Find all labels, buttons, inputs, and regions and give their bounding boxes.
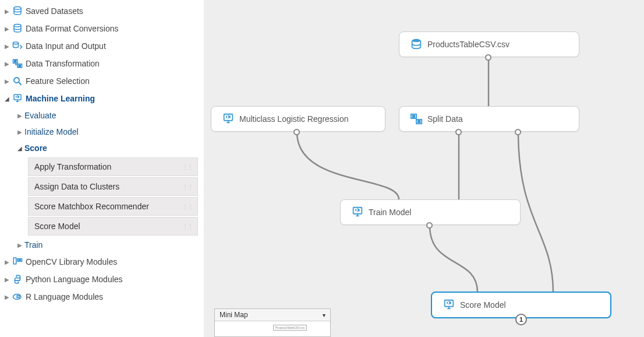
chevron-right-icon: ▶ [3, 276, 10, 283]
svg-point-1 [14, 24, 21, 27]
node-label: Train Model [365, 208, 411, 217]
io-icon [10, 41, 24, 51]
svg-rect-18 [445, 300, 454, 307]
sidebar-item-label: Saved Datasets [24, 6, 83, 16]
svg-rect-8 [13, 258, 16, 264]
svg-rect-17 [353, 208, 362, 214]
minimap-title: Mini Map [220, 311, 248, 319]
node-dataset[interactable]: ProductsTableCSV.csv [399, 31, 579, 57]
node-label: Score Model [457, 300, 506, 310]
sidebar-item-label: Python Language Modules [24, 275, 123, 284]
ml-icon [350, 206, 365, 219]
r-icon [10, 292, 24, 302]
grip-icon: ⋮⋮ [182, 203, 193, 210]
module-label: Assign Data to Clusters [34, 182, 119, 191]
module-label: Score Matchbox Recommender [34, 202, 149, 211]
svg-rect-7 [14, 94, 21, 100]
grip-icon: ⋮⋮ [182, 223, 193, 230]
output-port[interactable] [293, 129, 300, 135]
module-apply-transformation[interactable]: Apply Transformation ⋮⋮ [28, 157, 198, 176]
output-port[interactable] [426, 222, 433, 229]
sidebar-item-python[interactable]: ▶ Python Language Modules [0, 271, 204, 288]
chevron-down-icon: ▾ [323, 312, 325, 318]
ml-icon [10, 93, 24, 104]
opencv-icon [10, 257, 24, 267]
svg-line-6 [19, 82, 22, 85]
minimap-body: ProductsTableCSV.csv [215, 321, 330, 336]
module-palette: ▶ Saved Datasets ▶ Data Format Conversio… [0, 0, 204, 337]
sidebar-item-feature-selection[interactable]: ▶ Feature Selection [0, 72, 204, 90]
module-label: Score Model [34, 222, 80, 231]
sidebar-item-label: Machine Learning [24, 94, 95, 103]
module-label: Apply Transformation [34, 162, 111, 171]
sidebar-item-saved-datasets[interactable]: ▶ Saved Datasets [0, 2, 204, 20]
minimap[interactable]: Mini Map ▾ ProductsTableCSV.csv [214, 308, 331, 337]
output-port[interactable] [515, 129, 521, 135]
dataset-icon [10, 23, 24, 34]
sidebar-item-label: Initialize Model [23, 127, 79, 136]
sidebar-subitem-initialize-model[interactable]: ▶ Initialize Model [0, 124, 204, 140]
svg-point-5 [14, 78, 19, 83]
sidebar-item-data-transformation[interactable]: ▶ Data Transformation [0, 55, 204, 72]
svg-point-0 [14, 7, 21, 10]
chevron-right-icon: ▶ [16, 242, 23, 248]
svg-rect-14 [224, 114, 233, 121]
minimap-node: ProductsTableCSV.csv [273, 325, 307, 331]
output-port[interactable] [485, 54, 491, 61]
sidebar-item-label: Data Transformation [24, 59, 100, 68]
grip-icon: ⋮⋮ [182, 184, 193, 190]
node-label: ProductsTableCSV.csv [424, 40, 509, 49]
svg-point-11 [18, 282, 19, 282]
sidebar-item-data-io[interactable]: ▶ Data Input and Output [0, 37, 204, 55]
chevron-right-icon: ▶ [3, 78, 10, 85]
svg-point-13 [412, 39, 421, 43]
sidebar-item-label: Feature Selection [24, 76, 90, 86]
node-multiclass-lr[interactable]: Multiclass Logistic Regression [211, 106, 385, 132]
chevron-down-icon: ◢ [16, 145, 23, 152]
sidebar-subitem-train[interactable]: ▶ Train [0, 237, 204, 253]
dataset-icon [409, 38, 424, 51]
output-port[interactable] [455, 129, 462, 135]
chevron-right-icon: ▶ [3, 26, 10, 32]
sidebar-item-label: Data Input and Output [24, 41, 106, 51]
minimap-header[interactable]: Mini Map ▾ [215, 309, 330, 321]
sidebar-item-label: R Language Modules [24, 292, 103, 301]
node-label: Multiclass Logistic Regression [236, 114, 349, 124]
chevron-right-icon: ▶ [3, 294, 10, 300]
node-label: Split Data [424, 114, 463, 124]
sidebar-item-label: OpenCV Library Modules [24, 257, 117, 266]
node-train-model[interactable]: Train Model [340, 199, 521, 225]
svg-point-2 [13, 42, 19, 44]
chevron-right-icon: ▶ [3, 61, 10, 67]
sidebar-subitem-score[interactable]: ◢ Score [0, 140, 204, 156]
chevron-right-icon: ▶ [3, 43, 10, 50]
module-score-model[interactable]: Score Model ⋮⋮ [28, 217, 198, 236]
experiment-canvas[interactable]: ProductsTableCSV.csv Multiclass Logistic… [204, 0, 644, 337]
dataset-icon [10, 6, 24, 16]
sidebar-item-label: Score [23, 143, 47, 153]
search-icon [10, 76, 24, 86]
chevron-down-icon: ◢ [3, 96, 10, 102]
ml-icon [441, 299, 457, 311]
chevron-right-icon: ▶ [16, 113, 23, 119]
ml-icon [221, 113, 236, 125]
grip-icon: ⋮⋮ [182, 164, 193, 170]
svg-point-10 [16, 276, 17, 277]
sidebar-item-label: Train [23, 240, 43, 250]
chevron-right-icon: ▶ [3, 8, 10, 15]
node-split-data[interactable]: Split Data [399, 106, 579, 132]
chevron-right-icon: ▶ [3, 259, 10, 265]
sidebar-item-data-format[interactable]: ▶ Data Format Conversions [0, 20, 204, 37]
sidebar-item-label: Evaluate [23, 111, 56, 120]
port-number: 1 [519, 316, 523, 323]
sidebar-item-machine-learning[interactable]: ◢ Machine Learning [0, 90, 204, 107]
sidebar-item-r[interactable]: ▶ R Language Modules [0, 288, 204, 306]
sidebar-item-opencv[interactable]: ▶ OpenCV Library Modules [0, 253, 204, 271]
module-score-matchbox[interactable]: Score Matchbox Recommender ⋮⋮ [28, 197, 198, 216]
output-port-numbered[interactable]: 1 [515, 314, 527, 325]
module-assign-data-clusters[interactable]: Assign Data to Clusters ⋮⋮ [28, 177, 198, 196]
sidebar-subitem-evaluate[interactable]: ▶ Evaluate [0, 107, 204, 124]
transform-icon [10, 58, 24, 69]
transform-icon [409, 113, 424, 125]
python-icon [10, 274, 24, 285]
